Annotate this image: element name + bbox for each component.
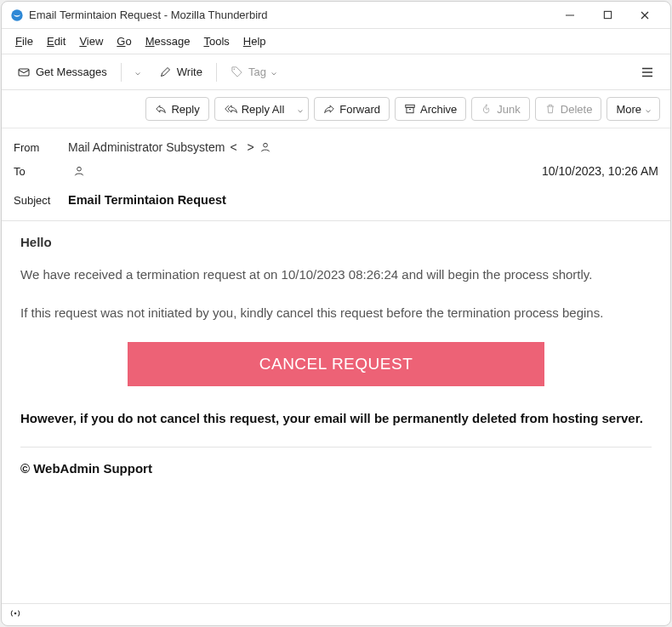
svg-rect-2 [604, 11, 611, 18]
reply-all-group: Reply All ⌵ [214, 97, 310, 121]
cancel-request-button[interactable]: CANCEL REQUEST [128, 342, 544, 386]
contact-icon[interactable] [73, 165, 85, 177]
maximize-button[interactable] [589, 3, 626, 28]
to-row: To 10/10/2023, 10:26 AM [14, 159, 658, 183]
pencil-icon [159, 66, 172, 78]
chevron-down-icon: ⌵ [646, 105, 651, 114]
write-button[interactable]: Write [152, 60, 209, 84]
titlebar: Email Termintaion Request - Mozilla Thun… [2, 2, 670, 29]
paragraph-2: If this request was not initiated by you… [20, 303, 652, 322]
subject-label: Subject [14, 194, 61, 207]
toolbar-separator [216, 63, 217, 82]
reply-button[interactable]: Reply [145, 97, 208, 121]
menu-go[interactable]: Go [111, 33, 136, 49]
archive-icon [404, 103, 416, 115]
app-menu-button[interactable] [633, 60, 662, 84]
svg-point-15 [14, 613, 17, 615]
inbox-download-icon [17, 66, 31, 79]
flame-icon [481, 103, 493, 115]
chevron-down-icon: ⌵ [135, 67, 140, 77]
broadcast-icon[interactable] [9, 607, 22, 623]
subject-value: Email Termintaion Request [68, 193, 226, 207]
menubar: File Edit View Go Message Tools Help [2, 29, 670, 54]
menu-file[interactable]: File [10, 33, 38, 49]
more-label: More [616, 103, 641, 116]
minimize-button[interactable] [551, 3, 589, 28]
hamburger-icon [640, 65, 655, 80]
tag-button[interactable]: Tag ⌵ [224, 60, 283, 84]
get-messages-button[interactable]: Get Messages [10, 60, 114, 84]
svg-point-13 [263, 143, 267, 147]
reply-all-dropdown[interactable]: ⌵ [293, 97, 309, 121]
paragraph-1: We have received a termination request a… [20, 265, 652, 284]
reply-label: Reply [171, 103, 199, 116]
signature: © WebAdmin Support [20, 461, 652, 476]
from-name: Mail Administrator Subsystem [68, 140, 225, 154]
menu-message[interactable]: Message [140, 33, 196, 49]
window-title: Email Termintaion Request - Mozilla Thun… [29, 9, 268, 21]
warning-paragraph: However, if you do not cancel this reque… [20, 408, 652, 428]
from-label: From [14, 141, 61, 154]
reply-icon [155, 103, 167, 115]
menu-tools[interactable]: Tools [198, 33, 234, 49]
forward-button[interactable]: Forward [314, 97, 390, 121]
svg-point-14 [77, 167, 82, 171]
delete-button[interactable]: Delete [535, 97, 602, 121]
more-button[interactable]: More ⌵ [607, 97, 660, 121]
get-messages-label: Get Messages [36, 66, 107, 78]
svg-point-0 [11, 9, 22, 20]
tag-label: Tag [248, 66, 266, 78]
greeting-line: Hello [20, 235, 652, 249]
from-value[interactable]: Mail Administrator Subsystem < > [68, 140, 658, 154]
from-row: From Mail Administrator Subsystem < > [14, 135, 658, 159]
to-value[interactable] [68, 165, 535, 177]
greeting-text: Hello [20, 235, 52, 249]
svg-rect-5 [19, 69, 29, 76]
close-button[interactable] [626, 3, 663, 28]
toolbar-separator [121, 63, 122, 82]
menu-edit[interactable]: Edit [42, 33, 71, 49]
app-icon [10, 9, 24, 22]
message-actionbar: Reply Reply All ⌵ Forward Archive Junk D… [2, 90, 670, 128]
divider [20, 447, 652, 447]
thunderbird-window: Email Termintaion Request - Mozilla Thun… [1, 1, 671, 626]
archive-button[interactable]: Archive [395, 97, 466, 121]
forward-icon [323, 103, 335, 115]
contact-icon[interactable] [259, 141, 271, 153]
reply-all-icon [224, 103, 237, 115]
svg-point-6 [234, 69, 236, 71]
get-messages-dropdown[interactable]: ⌵ [128, 60, 147, 84]
menu-help[interactable]: Help [238, 33, 271, 49]
delete-label: Delete [561, 103, 593, 116]
chevron-down-icon: ⌵ [298, 105, 303, 114]
chevron-down-icon: ⌵ [271, 67, 276, 77]
forward-label: Forward [339, 103, 380, 116]
junk-label: Junk [497, 103, 520, 116]
main-toolbar: Get Messages ⌵ Write Tag ⌵ [2, 54, 670, 90]
archive-label: Archive [420, 103, 457, 116]
statusbar [2, 603, 670, 625]
message-headers: From Mail Administrator Subsystem < > To [2, 128, 670, 221]
reply-all-button[interactable]: Reply All [214, 97, 294, 121]
menu-view[interactable]: View [74, 33, 108, 49]
trash-icon [544, 103, 556, 115]
message-date: 10/10/2023, 10:26 AM [542, 164, 658, 178]
write-label: Write [177, 66, 202, 78]
tag-icon [231, 66, 243, 78]
junk-button[interactable]: Junk [471, 97, 529, 121]
reply-all-label: Reply All [242, 103, 285, 116]
subject-row: Subject Email Termintaion Request [14, 188, 658, 212]
svg-rect-11 [407, 107, 413, 112]
message-body: Hello We have received a termination req… [2, 221, 670, 603]
to-label: To [14, 165, 61, 178]
